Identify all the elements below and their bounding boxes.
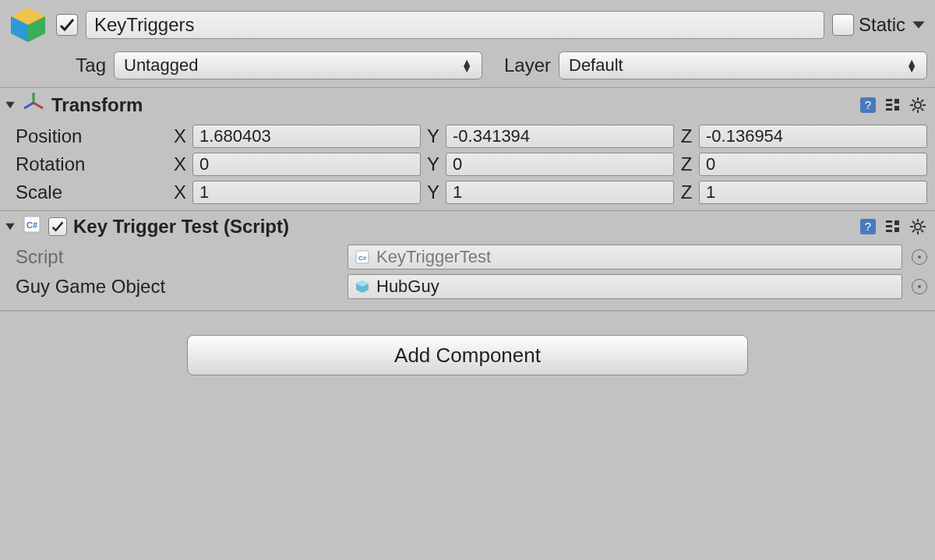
object-selector-icon[interactable] xyxy=(912,279,927,294)
gear-icon[interactable] xyxy=(909,218,927,235)
help-icon[interactable]: ? xyxy=(859,218,877,235)
axis-y-label[interactable]: Y xyxy=(425,125,441,147)
svg-line-40 xyxy=(921,221,923,224)
foldout-icon[interactable] xyxy=(5,221,16,232)
axis-x-label[interactable]: X xyxy=(172,125,188,147)
scale-y-input[interactable] xyxy=(446,181,674,204)
updown-icon: ▲▼ xyxy=(461,59,472,72)
svg-line-5 xyxy=(34,103,43,108)
foldout-icon[interactable] xyxy=(5,100,16,111)
script-label: Script xyxy=(16,246,343,268)
axis-z-label[interactable]: Z xyxy=(679,181,694,203)
svg-line-22 xyxy=(921,100,923,102)
layer-label: Layer xyxy=(490,55,551,76)
guy-game-object-field[interactable]: HubGuy xyxy=(348,274,902,299)
svg-rect-11 xyxy=(886,108,892,111)
svg-line-39 xyxy=(912,230,915,232)
svg-line-38 xyxy=(921,230,923,232)
script-field: C# KeyTriggerTest xyxy=(348,245,902,269)
svg-rect-29 xyxy=(886,230,892,232)
scale-z-input[interactable] xyxy=(699,181,927,204)
svg-rect-30 xyxy=(894,220,899,225)
layer-value: Default xyxy=(569,55,623,76)
position-x-input[interactable] xyxy=(192,125,421,148)
axis-z-label[interactable]: Z xyxy=(679,125,694,147)
svg-rect-31 xyxy=(894,227,899,232)
svg-text:?: ? xyxy=(865,98,871,111)
tag-value: Untagged xyxy=(124,55,198,76)
help-icon[interactable]: ? xyxy=(859,97,877,114)
tag-label: Tag xyxy=(59,55,106,76)
csharp-script-icon: C# xyxy=(22,214,42,239)
csharp-script-icon: C# xyxy=(355,249,370,265)
svg-line-6 xyxy=(24,103,34,108)
axis-z-label[interactable]: Z xyxy=(679,153,694,175)
transform-icon xyxy=(22,91,45,119)
scale-x-input[interactable] xyxy=(192,181,421,204)
svg-rect-13 xyxy=(894,106,899,111)
svg-text:?: ? xyxy=(865,220,871,233)
svg-line-21 xyxy=(912,108,915,111)
svg-rect-12 xyxy=(894,99,899,104)
svg-line-19 xyxy=(912,100,915,102)
updown-icon: ▲▼ xyxy=(906,59,917,72)
svg-point-14 xyxy=(915,102,921,108)
gameobject-name-input[interactable] xyxy=(86,11,824,39)
svg-text:C#: C# xyxy=(26,220,37,230)
rotation-label: Rotation xyxy=(16,153,168,175)
axis-x-label[interactable]: X xyxy=(172,181,188,203)
svg-rect-28 xyxy=(886,225,892,227)
rotation-x-input[interactable] xyxy=(192,153,421,176)
position-label: Position xyxy=(16,125,168,147)
tag-dropdown[interactable]: Untagged ▲▼ xyxy=(114,51,482,79)
add-component-label: Add Component xyxy=(394,343,541,368)
rotation-z-input[interactable] xyxy=(699,153,927,176)
svg-rect-9 xyxy=(886,99,892,101)
static-dropdown-icon[interactable] xyxy=(910,16,927,33)
static-label: Static xyxy=(859,14,905,36)
position-z-input[interactable] xyxy=(699,125,927,148)
script-component-title: Key Trigger Test (Script) xyxy=(73,216,289,238)
svg-rect-10 xyxy=(886,104,892,106)
guy-game-object-label: Guy Game Object xyxy=(16,276,343,298)
axis-x-label[interactable]: X xyxy=(172,153,188,175)
svg-point-32 xyxy=(915,224,921,230)
scale-label: Scale xyxy=(16,181,168,203)
preset-icon[interactable] xyxy=(884,218,902,235)
add-component-button[interactable]: Add Component xyxy=(187,335,748,375)
static-checkbox[interactable] xyxy=(832,14,854,36)
position-y-input[interactable] xyxy=(446,125,674,148)
component-enabled-checkbox[interactable] xyxy=(48,217,67,236)
gear-icon[interactable] xyxy=(909,97,927,114)
svg-rect-27 xyxy=(886,220,892,223)
script-value: KeyTriggerTest xyxy=(376,247,491,267)
gameobject-cube-icon xyxy=(8,5,48,45)
object-selector-icon[interactable] xyxy=(912,249,927,265)
svg-line-37 xyxy=(912,221,915,224)
preset-icon[interactable] xyxy=(884,97,902,114)
layer-dropdown[interactable]: Default ▲▼ xyxy=(559,51,927,79)
svg-text:C#: C# xyxy=(358,255,367,262)
guy-game-object-value: HubGuy xyxy=(376,276,439,297)
active-checkbox[interactable] xyxy=(56,14,78,36)
svg-line-20 xyxy=(921,108,923,111)
transform-title: Transform xyxy=(51,94,143,116)
rotation-y-input[interactable] xyxy=(446,153,674,176)
axis-y-label[interactable]: Y xyxy=(425,153,441,175)
prefab-icon xyxy=(355,279,370,294)
axis-y-label[interactable]: Y xyxy=(425,181,441,203)
